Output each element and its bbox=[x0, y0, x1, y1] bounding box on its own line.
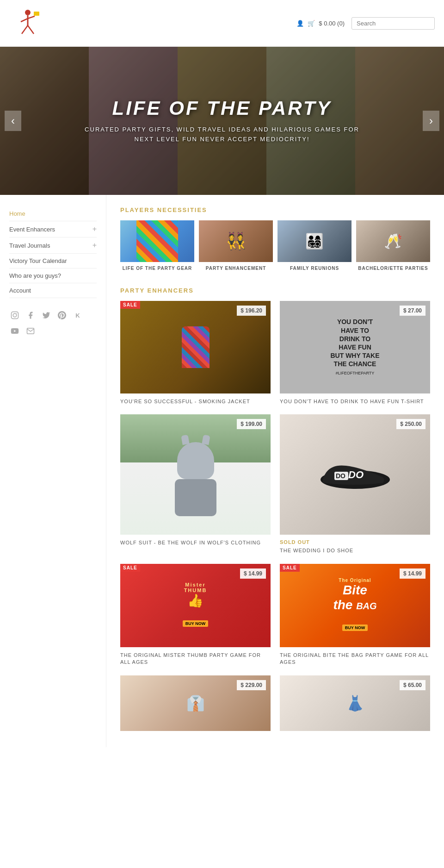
header: 👤 🛒 $ 0.00 (0) bbox=[0, 0, 444, 47]
sidebar-travel-journals-label: Travel Journals bbox=[9, 242, 50, 249]
category-party-enhancement[interactable]: 👯 PARTY ENHANCEMENT bbox=[199, 220, 273, 271]
sold-out-badge: SOLD OUT bbox=[280, 539, 430, 545]
youtube-icon[interactable] bbox=[9, 325, 20, 337]
products-grid: SALE $ 196.20 YOU'RE SO SUCCESSFUL - SMO… bbox=[120, 301, 430, 736]
product-name-wolf: WOLF SUIT - BE THE WOLF IN WOLF'S CLOTHI… bbox=[120, 539, 271, 546]
hero-subtitle: CURATED PARTY GIFTS, WILD TRAVEL IDEAS A… bbox=[83, 125, 361, 144]
svg-text:DO: DO bbox=[348, 469, 364, 481]
product-img-wolf: $ 199.00 bbox=[120, 414, 271, 535]
bite-title-main: Bitethe BAG bbox=[333, 583, 376, 612]
sidebar-home-label: Home bbox=[9, 210, 25, 217]
wolf-img bbox=[120, 414, 271, 535]
product-8[interactable]: 👗 $ 65.00 bbox=[280, 675, 430, 736]
social-icons: K bbox=[9, 310, 97, 337]
product-7[interactable]: 👔 $ 229.00 bbox=[120, 675, 271, 736]
svg-text:DO: DO bbox=[336, 472, 345, 480]
thumb-title: MisterTHUMB bbox=[183, 582, 208, 593]
people-figure-3: 👨‍👩‍👧‍👦 bbox=[278, 220, 352, 262]
main-layout: Home Event Enhancers + Travel Journals +… bbox=[0, 195, 444, 747]
sidebar-item-who-are-you[interactable]: Who are you guys? bbox=[9, 269, 97, 283]
cart-info[interactable]: 👤 🛒 $ 0.00 (0) bbox=[296, 20, 345, 27]
thumb-emoji: 👍 bbox=[183, 593, 208, 608]
price-badge-2: $ 27.00 bbox=[400, 306, 426, 316]
sidebar-travel-journals-plus: + bbox=[92, 241, 97, 250]
product-tshirt[interactable]: YOU DON'THAVE TODRINK TOHAVE FUNBUT WHY … bbox=[280, 301, 430, 405]
category-label-2: PARTY ENHANCEMENT bbox=[199, 266, 273, 271]
product-img-shoe: DO DO $ 250.00 bbox=[280, 414, 430, 535]
sale-badge-4: SALE bbox=[280, 564, 300, 572]
logo-area bbox=[9, 5, 46, 42]
category-img-4: 🥂 bbox=[356, 220, 430, 262]
hero-text: LIFE OF THE PARTY CURATED PARTY GIFTS, W… bbox=[74, 88, 370, 154]
players-necessities-title: PLAYERS NECESSITIES bbox=[120, 206, 430, 213]
main-content: PLAYERS NECESSITIES LIFE OF THE PARTY GE… bbox=[106, 195, 444, 747]
people-figure-4: 🥂 bbox=[356, 220, 430, 262]
svg-rect-4 bbox=[34, 12, 39, 16]
shoe-shape: DO DO bbox=[318, 454, 392, 495]
sidebar-link-who-are-you[interactable]: Who are you guys? bbox=[9, 269, 97, 283]
wolf-figure bbox=[175, 442, 216, 516]
svg-line-6 bbox=[28, 25, 34, 34]
product-mister-thumb[interactable]: MisterTHUMB 👍 BUY NOW SALE $ 14.99 THE O… bbox=[120, 564, 271, 666]
shoe-img: DO DO bbox=[280, 414, 430, 535]
product-name-tshirt: YOU DON'T HAVE TO DRINK TO HAVE FUN T-SH… bbox=[280, 398, 430, 405]
product-img-8: 👗 $ 65.00 bbox=[280, 675, 430, 731]
sidebar-item-home[interactable]: Home bbox=[9, 206, 97, 221]
svg-point-9 bbox=[16, 313, 17, 314]
hero-next-button[interactable]: › bbox=[423, 111, 439, 131]
party-enhancers-title: PARTY ENHANCERS bbox=[120, 287, 430, 294]
email-icon[interactable] bbox=[25, 325, 36, 337]
twitter-icon[interactable] bbox=[41, 310, 52, 321]
suit-icon bbox=[136, 220, 178, 262]
category-bachelor-parties[interactable]: 🥂 BACHELOR/ETTE PARTIES bbox=[356, 220, 430, 271]
sidebar-link-home[interactable]: Home bbox=[9, 206, 97, 221]
sale-badge-3: SALE bbox=[120, 564, 140, 572]
cart-amount: $ 0.00 (0) bbox=[319, 20, 345, 27]
category-life-of-the-party[interactable]: LIFE OF THE PARTY GEAR bbox=[120, 220, 194, 271]
product-name-thumb: THE ORIGINAL MISTER THUMB PARTY GAME FOR… bbox=[120, 652, 271, 666]
sidebar-link-travel-journals[interactable]: Travel Journals + bbox=[9, 237, 97, 254]
sidebar-link-account[interactable]: Account bbox=[9, 283, 97, 298]
sidebar-account-label: Account bbox=[9, 287, 31, 294]
buy-now-badge-2: BUY NOW bbox=[342, 624, 368, 631]
hero-banner: LIFE OF THE PARTY CURATED PARTY GIFTS, W… bbox=[0, 47, 444, 195]
sidebar-item-event-enhancers[interactable]: Event Enhancers + bbox=[9, 221, 97, 237]
people-figure-1 bbox=[120, 220, 194, 262]
category-label-3: FAMILY REUNIONS bbox=[278, 266, 352, 271]
product-7-icon: 👔 bbox=[186, 694, 205, 712]
product-img-thumb: MisterTHUMB 👍 BUY NOW SALE $ 14.99 bbox=[120, 564, 271, 647]
product-name-smoking-jacket: YOU'RE SO SUCCESSFUL - SMOKING JACKET bbox=[120, 398, 271, 405]
logo[interactable] bbox=[9, 5, 46, 42]
sale-badge-1: SALE bbox=[120, 301, 140, 309]
wolf-ear-left bbox=[181, 435, 189, 445]
product-img-smoking-jacket: SALE $ 196.20 bbox=[120, 301, 271, 393]
product-smoking-jacket[interactable]: SALE $ 196.20 YOU'RE SO SUCCESSFUL - SMO… bbox=[120, 301, 271, 405]
people-figure-2: 👯 bbox=[199, 220, 273, 262]
instagram-icon[interactable] bbox=[9, 310, 20, 321]
sidebar-link-event-enhancers[interactable]: Event Enhancers + bbox=[9, 221, 97, 237]
category-label-1: LIFE OF THE PARTY GEAR bbox=[120, 266, 194, 271]
facebook-icon[interactable] bbox=[25, 310, 36, 321]
smoking-jacket-figure bbox=[182, 326, 210, 368]
sidebar-item-account[interactable]: Account bbox=[9, 283, 97, 298]
sidebar-nav: Home Event Enhancers + Travel Journals +… bbox=[9, 206, 97, 298]
sidebar-event-enhancers-plus: + bbox=[92, 225, 97, 233]
search-input[interactable] bbox=[352, 17, 435, 30]
product-wedding-shoe[interactable]: DO DO $ 250.00 SOLD OUT THE WEDDING I DO… bbox=[280, 414, 430, 554]
price-badge-7: $ 229.00 bbox=[237, 680, 266, 690]
wolf-body bbox=[175, 479, 216, 516]
hero-prev-button[interactable]: ‹ bbox=[5, 111, 21, 131]
svg-point-0 bbox=[25, 10, 31, 15]
sidebar-item-travel-journals[interactable]: Travel Journals + bbox=[9, 237, 97, 254]
bite-content: The Original Bitethe BAG BUY NOW bbox=[328, 573, 381, 638]
pinterest-icon[interactable] bbox=[56, 310, 68, 321]
thumb-content: MisterTHUMB 👍 BUY NOW bbox=[178, 577, 213, 634]
kickstarter-icon[interactable]: K bbox=[72, 310, 83, 321]
product-wolf-suit[interactable]: $ 199.00 WOLF SUIT - BE THE WOLF IN WOLF… bbox=[120, 414, 271, 554]
tshirt-text: YOU DON'THAVE TODRINK TOHAVE FUNBUT WHY … bbox=[326, 313, 384, 381]
product-bite-the-bag[interactable]: The Original Bitethe BAG BUY NOW SALE $ … bbox=[280, 564, 430, 666]
sidebar-link-victory-tour[interactable]: Victory Tour Calendar bbox=[9, 254, 97, 269]
sidebar-item-victory-tour[interactable]: Victory Tour Calendar bbox=[9, 254, 97, 269]
category-family-reunions[interactable]: 👨‍👩‍👧‍👦 FAMILY REUNIONS bbox=[278, 220, 352, 271]
bite-title-top: The Original bbox=[333, 578, 376, 583]
